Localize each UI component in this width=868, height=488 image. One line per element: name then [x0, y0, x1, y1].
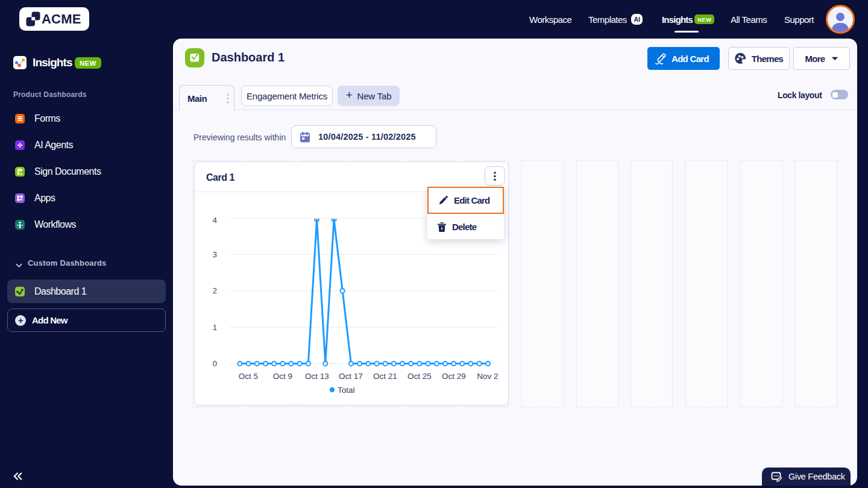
svg-text:Nov 2: Nov 2: [477, 372, 498, 381]
svg-text:Oct 25: Oct 25: [407, 372, 432, 381]
svg-text:Oct 17: Oct 17: [339, 372, 363, 381]
svg-text:0: 0: [213, 359, 217, 368]
svg-text:Oct 13: Oct 13: [305, 372, 329, 381]
svg-text:1: 1: [213, 323, 217, 332]
svg-text:3: 3: [213, 250, 217, 259]
svg-text:Total: Total: [338, 386, 355, 395]
svg-text:2: 2: [213, 286, 217, 295]
svg-text:Oct 5: Oct 5: [239, 372, 258, 381]
svg-text:Oct 21: Oct 21: [373, 372, 397, 381]
svg-text:Oct 9: Oct 9: [273, 372, 292, 381]
svg-text:4: 4: [213, 216, 217, 225]
svg-text:Oct 29: Oct 29: [442, 372, 466, 381]
